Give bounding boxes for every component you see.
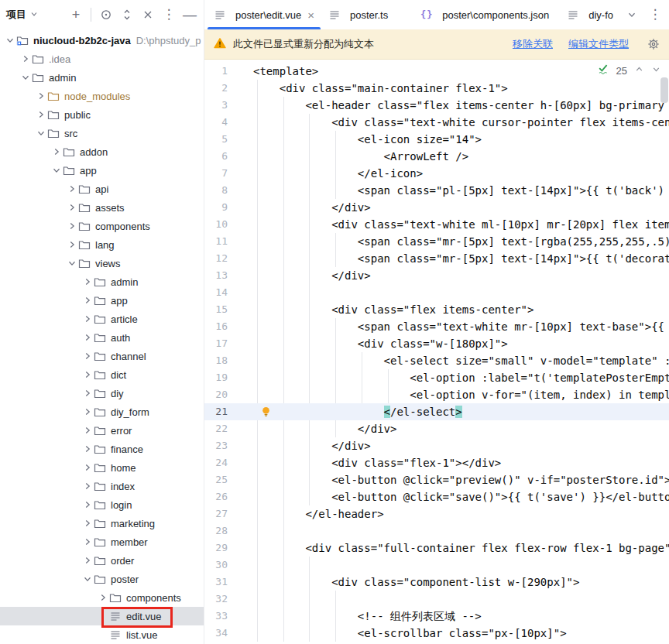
gear-icon[interactable]	[647, 38, 660, 50]
line-number[interactable]: 32	[204, 591, 228, 608]
locate-file-icon[interactable]	[100, 9, 112, 21]
code-line[interactable]: 22 </div>	[204, 420, 669, 437]
line-number[interactable]: 8	[204, 182, 228, 199]
code-line[interactable]: 8 <span class="pl-[5px] text-[14px]">{{ …	[204, 182, 669, 199]
line-number[interactable]: 20	[204, 386, 228, 403]
line-number[interactable]: 17	[204, 335, 228, 352]
tree-item-member[interactable]: member	[0, 533, 204, 551]
tree-item-node-modules[interactable]: node_modules	[0, 87, 204, 105]
line-number[interactable]: 23	[204, 437, 228, 454]
code-line[interactable]: 32	[204, 591, 669, 608]
tree-item-home[interactable]: home	[0, 458, 204, 477]
chevron-collapsed-icon[interactable]	[96, 591, 109, 604]
tab-poster-ts[interactable]: poster.ts	[321, 0, 395, 29]
line-number[interactable]: 30	[204, 557, 228, 574]
code-line[interactable]: 3 <el-header class="flex items-center h-…	[204, 97, 669, 114]
code-line[interactable]: 10 <div class="text-white ml-[10px] mr-[…	[204, 216, 669, 233]
chevron-collapsed-icon[interactable]	[65, 238, 78, 251]
editor-scrollbar[interactable]	[660, 77, 668, 103]
tab-options-icon[interactable]: ⋮	[649, 9, 661, 21]
chevron-expanded-icon[interactable]	[19, 71, 32, 84]
chevron-collapsed-icon[interactable]	[81, 480, 94, 492]
chevron-expanded-icon[interactable]	[50, 164, 63, 176]
tree-item-views[interactable]: views	[0, 254, 204, 272]
code-line[interactable]: 24 <div class="flex-1"></div>	[204, 454, 669, 471]
code-line[interactable]: 18 <el-select size="small" v-model="temp…	[204, 352, 669, 369]
chevron-collapsed-icon[interactable]	[81, 554, 94, 567]
tree-item-login[interactable]: login	[0, 495, 204, 514]
intention-bulb-icon[interactable]	[260, 406, 272, 420]
code-line[interactable]: 5 <el-icon size="14">	[204, 131, 669, 148]
collapse-all-icon[interactable]	[142, 9, 154, 21]
code-line[interactable]: 27 </el-header>	[204, 505, 669, 522]
line-number[interactable]: 14	[204, 284, 228, 301]
chevron-collapsed-icon[interactable]	[81, 294, 94, 307]
line-number[interactable]: 16	[204, 318, 228, 335]
hidden-tabs-chevron-icon[interactable]	[626, 9, 638, 21]
tree-item-auth[interactable]: auth	[0, 328, 204, 347]
code-line[interactable]: 30	[204, 557, 669, 574]
next-problem-icon[interactable]	[651, 64, 661, 77]
inspection-widget[interactable]: 25	[598, 63, 661, 77]
chevron-collapsed-icon[interactable]	[81, 443, 94, 455]
code-editor[interactable]: 1<template> 2 <div class="main-container…	[204, 60, 669, 644]
close-icon[interactable]: ×	[307, 9, 314, 21]
chevron-expanded-icon[interactable]	[65, 257, 78, 269]
code-line[interactable]: 13 </div>	[204, 267, 669, 284]
line-number[interactable]: 28	[204, 522, 228, 540]
tree-item-diy[interactable]: diy	[0, 384, 204, 402]
chevron-collapsed-icon[interactable]	[81, 350, 94, 362]
line-number[interactable]: 10	[204, 216, 228, 233]
tree-item-dict[interactable]: dict	[0, 365, 204, 384]
code-line[interactable]: 2 <div class="main-container flex-1">	[204, 80, 669, 97]
line-number[interactable]: 9	[204, 199, 228, 216]
expand-all-icon[interactable]	[121, 9, 133, 21]
chevron-collapsed-icon[interactable]	[65, 201, 78, 214]
tree-item-edit-vue[interactable]: edit.vue	[0, 607, 204, 625]
code-line[interactable]: 31 <div class="component-list w-[290px]"…	[204, 574, 669, 591]
line-number[interactable]: 31	[204, 574, 228, 591]
chevron-collapsed-icon[interactable]	[50, 146, 63, 158]
tree-item-public[interactable]: public	[0, 105, 204, 124]
code-line[interactable]: 4 <div class="text-white cursor-pointer …	[204, 114, 669, 131]
tree-item-components[interactable]: components	[0, 217, 204, 235]
line-number[interactable]: 12	[204, 250, 228, 267]
line-number[interactable]: 1	[204, 63, 228, 80]
code-line[interactable]: 7 </el-icon>	[204, 165, 669, 182]
code-line[interactable]: 14	[204, 284, 669, 301]
code-line[interactable]: 15 <div class="flex items-center">	[204, 301, 669, 318]
chevron-collapsed-icon[interactable]	[65, 220, 78, 232]
chevron-collapsed-icon[interactable]	[81, 368, 94, 381]
line-number[interactable]: 7	[204, 165, 228, 182]
line-number[interactable]: 26	[204, 488, 228, 505]
chevron-collapsed-icon[interactable]	[19, 53, 32, 65]
code-line[interactable]: 20 <el-option v-for="(item, index) in te…	[204, 386, 669, 403]
line-number[interactable]: 19	[204, 369, 228, 386]
chevron-expanded-icon[interactable]	[81, 573, 94, 585]
tab-poster-edit-vue[interactable]: poster\edit.vue ×	[207, 0, 321, 29]
tree-item-app[interactable]: app	[0, 161, 204, 180]
code-line[interactable]: 6 <ArrowLeft />	[204, 148, 669, 165]
tree-item-addon[interactable]: addon	[0, 142, 204, 161]
line-number[interactable]: 22	[204, 420, 228, 437]
chevron-collapsed-icon[interactable]	[34, 90, 47, 102]
code-line[interactable]: 16 <span class="text-white mr-[10px] tex…	[204, 318, 669, 335]
project-view-dropdown[interactable]: 项目	[6, 8, 39, 22]
line-number[interactable]: 3	[204, 97, 228, 114]
line-number[interactable]: 18	[204, 352, 228, 369]
line-number[interactable]: 2	[204, 80, 228, 97]
tree-item-poster[interactable]: poster	[0, 570, 204, 588]
chevron-collapsed-icon[interactable]	[81, 498, 94, 511]
tree-item-finance[interactable]: finance	[0, 440, 204, 458]
line-number[interactable]: 34	[204, 625, 228, 642]
tree-item-error[interactable]: error	[0, 421, 204, 440]
chevron-collapsed-icon[interactable]	[81, 387, 94, 399]
tree-item-views-admin[interactable]: admin	[0, 272, 204, 291]
chevron-collapsed-icon[interactable]	[81, 276, 94, 288]
chevron-expanded-icon[interactable]	[34, 127, 47, 139]
chevron-collapsed-icon[interactable]	[81, 406, 94, 418]
chevron-collapsed-icon[interactable]	[34, 108, 47, 121]
tab-diy-form[interactable]: diy-fo	[565, 0, 615, 29]
line-number[interactable]: 29	[204, 540, 228, 557]
hide-panel-icon[interactable]: —	[184, 9, 196, 21]
